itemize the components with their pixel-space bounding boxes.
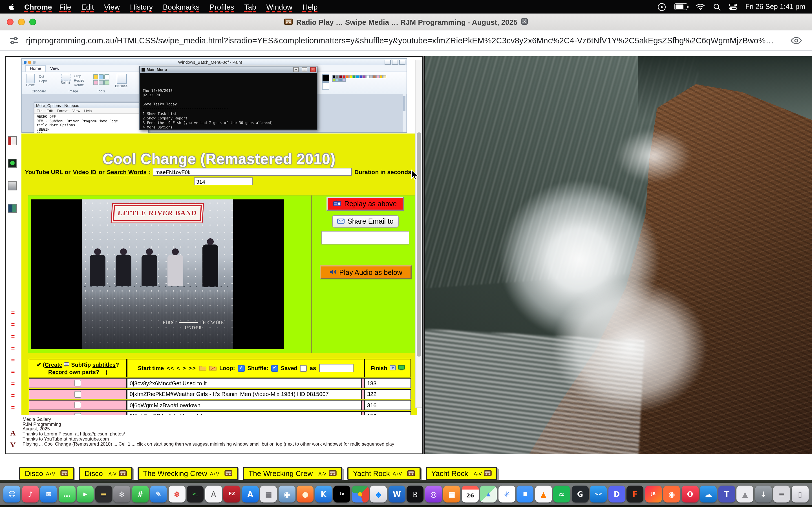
dock-mail[interactable]: ✉ (40, 486, 57, 503)
video-cell[interactable]: LITTLE RIVER BAND FIRST THE WIRE (31, 200, 284, 349)
dock-figma[interactable]: F (627, 486, 644, 503)
monitor-icon[interactable] (398, 365, 405, 372)
gallery-thumb-icon[interactable] (8, 159, 17, 168)
dock-trash[interactable]: ▯ (792, 486, 809, 503)
dock-filezilla[interactable]: FZ (223, 486, 241, 503)
row-song-title[interactable]: 0|xfmZRiePkEM#Weather Girls - It's Raini… (127, 389, 361, 399)
dock-photos-pinwheel[interactable]: ✳ (499, 486, 515, 503)
row-checkbox[interactable] (74, 413, 81, 415)
dock-word[interactable]: W (389, 486, 405, 503)
dock-podcasts[interactable]: ◎ (425, 486, 442, 503)
spotlight-icon[interactable] (713, 3, 720, 10)
dock-books[interactable]: ▤ (444, 486, 460, 503)
now-playing-icon[interactable] (657, 3, 666, 11)
dock-postman[interactable]: ◉ (663, 486, 680, 503)
row-checkbox[interactable] (74, 402, 81, 408)
dock-discord[interactable]: D (608, 486, 625, 503)
apple-menu-icon[interactable] (8, 3, 15, 11)
folder-edit-icon[interactable] (209, 365, 216, 372)
seek-controls[interactable]: << < > >> (167, 365, 196, 371)
zoom-window-button[interactable] (29, 18, 36, 25)
control-center-icon[interactable] (729, 3, 737, 10)
dock-appletv[interactable]: tv (334, 486, 350, 503)
close-window-button[interactable] (7, 18, 13, 25)
dock-music[interactable]: ♪ (22, 486, 39, 503)
menu-item[interactable]: Help (297, 3, 323, 11)
panel-scrollbar[interactable] (415, 60, 422, 408)
scrollbar-thumb[interactable] (416, 132, 421, 356)
dock-facetime[interactable]: ▶ (77, 486, 94, 503)
dock-terminal[interactable]: >_ (187, 486, 204, 503)
window-title-bar[interactable]: Radio Play … Swipe Media … RJM Programmi… (0, 13, 812, 31)
row-song-title[interactable]: 0|5akEgsZSfhg#Up Up and Away (127, 411, 361, 415)
folder-icon[interactable] (199, 365, 206, 372)
menu-item[interactable]: Profiles (205, 3, 239, 11)
share-email-input[interactable] (321, 231, 409, 244)
url-address[interactable]: rjmprogramming.com.au/HTMLCSS/swipe_medi… (26, 36, 784, 45)
saved-checkbox[interactable] (300, 365, 307, 372)
eye-icon[interactable] (791, 36, 802, 44)
subtitles-link[interactable]: subtitles (93, 362, 116, 368)
dock-messages[interactable]: … (59, 486, 75, 503)
menu-item[interactable]: Edit (76, 3, 99, 11)
battery-icon[interactable] (674, 3, 687, 10)
dock-stacks[interactable]: ≡ (773, 486, 790, 503)
dock-keynote[interactable]: K (315, 486, 332, 503)
wifi-icon[interactable] (696, 3, 705, 10)
dock-appstore[interactable]: A (242, 486, 259, 503)
gallery-thumb-icon[interactable] (8, 204, 17, 213)
dock-vscode[interactable]: <> (590, 486, 607, 503)
row-checkbox[interactable] (74, 380, 81, 386)
menu-item[interactable]: Bookmarks (158, 3, 205, 11)
dock-photos[interactable]: ✽ (168, 486, 186, 503)
shuffle-checkbox[interactable] (271, 365, 278, 372)
row-checkbox[interactable] (74, 391, 81, 397)
dock-notes[interactable]: ≡ (95, 486, 112, 503)
category-button[interactable]: The Wrecking CrewA-V (243, 467, 342, 480)
dock-textedit[interactable]: A (205, 486, 222, 503)
dock-firefox[interactable]: ● (297, 486, 314, 503)
dock-chrome[interactable]: ● (352, 486, 369, 503)
gallery-thumb-icon[interactable] (8, 181, 17, 190)
duration-input[interactable] (194, 177, 253, 185)
share-email-button[interactable]: Share Email to (332, 215, 399, 228)
screenshot-montage[interactable]: Windows_Batch_Menu-3of - Paint Home View… (21, 58, 407, 133)
dock-onedrive[interactable]: ☁ (700, 486, 717, 503)
dock-finder[interactable]: ☺ (4, 486, 20, 503)
site-settings-icon[interactable] (9, 35, 19, 45)
category-button[interactable]: DiscoA-V (79, 467, 132, 480)
video-id-input[interactable] (153, 168, 352, 176)
category-button[interactable]: Yacht RockA-V (425, 467, 497, 480)
dock-teams[interactable]: T (718, 486, 735, 503)
record-link[interactable]: Record (48, 369, 68, 375)
play-audio-button[interactable]: Play Audio as below (320, 265, 412, 279)
dock-safari[interactable]: ◈ (370, 486, 387, 503)
dock-preview[interactable]: ◉ (278, 486, 296, 503)
video-id-link[interactable]: Video ID (73, 168, 96, 175)
dock-pages[interactable]: ✎ (150, 486, 167, 503)
dock-downloads[interactable]: ↓ (755, 486, 772, 503)
dock-vlc[interactable]: ▲ (535, 486, 552, 503)
dock-screenshot[interactable]: ▲ (737, 486, 754, 503)
gallery-thumb-icon[interactable] (8, 136, 17, 145)
loop-checkbox[interactable] (238, 365, 245, 372)
saved-as-input[interactable] (319, 364, 353, 372)
dock-maps[interactable]: ▲ (480, 486, 497, 503)
replay-button[interactable]: Replay as above (326, 196, 404, 211)
dock-zoom[interactable]: ■ (517, 486, 534, 503)
dock-opera[interactable]: O (682, 486, 699, 503)
category-button[interactable]: DiscoA+V (19, 467, 74, 480)
dock-jetbrains[interactable]: JB (645, 486, 662, 503)
dock-numbers[interactable]: # (132, 486, 149, 503)
dock-calendar[interactable]: 26 (462, 486, 479, 503)
menu-item[interactable]: History (125, 3, 158, 11)
dock-bible[interactable]: B (407, 486, 424, 503)
dock-spotify[interactable]: ≈ (553, 486, 570, 503)
category-button[interactable]: The Wrecking CrewA+V (137, 467, 238, 480)
menu-clock[interactable]: Fri 26 Sep 1:41 pm (745, 3, 805, 11)
minimize-window-button[interactable] (18, 18, 25, 25)
menu-app-name[interactable]: Chrome (24, 3, 52, 11)
search-words-link[interactable]: Search Words (107, 168, 147, 175)
create-link[interactable]: Create (45, 362, 62, 368)
category-button[interactable]: Yacht RockA+V (347, 467, 421, 480)
